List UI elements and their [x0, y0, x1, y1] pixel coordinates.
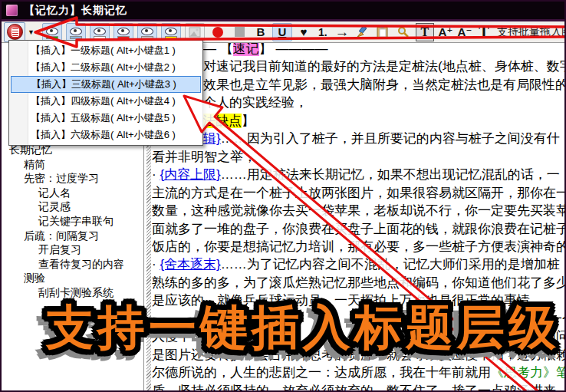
highlight-color-bar	[94, 36, 106, 39]
highlight-eye-button-6[interactable]	[161, 23, 181, 41]
tree-item[interactable]: 记灵感	[2, 199, 143, 214]
record-dot-icon	[212, 27, 223, 38]
symbol-heart-button[interactable]: ♥	[296, 24, 311, 41]
text-style-button[interactable]: T	[416, 23, 434, 41]
format-brush-button[interactable]	[354, 24, 370, 41]
tree-item[interactable]: 精简	[2, 157, 143, 172]
editor-line: 主流的方式是在一个桩子上放两张图片，如果很容易就区隔开，那你在一	[152, 185, 566, 201]
insert-heading-menu-button[interactable]	[4, 22, 25, 42]
editor-line: 质，坚持必须坚持的，放弃必须放弃的，憋不住了，掺了一点鸡汤进来。	[152, 383, 566, 392]
highlight-color-bar	[117, 36, 130, 39]
tree-item[interactable]: 开启复习	[2, 242, 143, 257]
eye-icon	[70, 28, 82, 35]
tree-item[interactable]: 查看待复习的内容	[2, 257, 143, 272]
menu-item-insert-heading-5[interactable]: 【插入】五级标题( Alt+小键盘5 )	[9, 110, 202, 127]
editor-line: — 【速记】 ————	[203, 41, 327, 57]
editor-line: 人慢半	[152, 328, 191, 344]
tree-item[interactable]: 记人名	[2, 186, 143, 200]
editor-line: 个人的实践经验，	[203, 94, 308, 110]
numbered-list-button[interactable]: 1.	[315, 24, 331, 41]
editor-line: 饭店的，你要是想搞记忆力培训，那有必要，多一些桩子方便表演神奇的	[152, 239, 566, 255]
record-button[interactable]	[209, 24, 227, 41]
eye-icon	[165, 28, 177, 35]
highlight-color-bar	[165, 36, 177, 39]
image-icon	[189, 27, 201, 38]
highlight-color-bar	[141, 36, 153, 39]
window-title: 【记忆力】长期记忆	[24, 4, 127, 18]
menu-item-insert-heading-1[interactable]: 【插入】一级标题( Alt+小键盘1 )	[9, 42, 202, 59]
text-tool-button[interactable]: T	[476, 24, 492, 41]
highlight-eye-button-3[interactable]	[90, 23, 110, 41]
editor-line: · {违背逻辑}……因为引入了桩子，并且所要记的内容与桩子之间没有什	[152, 130, 560, 147]
clipboard-icon	[377, 25, 388, 38]
tree-item[interactable]: 先密：过度学习	[2, 171, 143, 186]
editor-line: 效果也是立竿见影，最强大脑附身，当然定桩法也是有局限性的	[203, 77, 566, 93]
app-window: 【记忆力】长期记忆 ▼ B U ♥ 1. →	[0, 0, 566, 392]
search-button[interactable]	[395, 24, 412, 41]
placeholder-button[interactable]	[231, 24, 249, 41]
placeholder-square-icon	[235, 27, 245, 37]
editor-line: 数量，这种感觉就像你去买一袋苹果，老板却说不行，你一定要先买装苹	[152, 203, 566, 219]
eye-icon	[94, 28, 106, 35]
insert-heading-menu: 【插入】一级标题( Alt+小键盘1 )【插入】二级标题( Alt+小键盘2 )…	[8, 40, 203, 146]
paste-button[interactable]	[374, 24, 391, 41]
menu-item-insert-heading-2[interactable]: 【插入】二级标题( Alt+小键盘2 )	[9, 59, 202, 76]
menu-list-icon	[7, 24, 23, 40]
underline-button[interactable]: U	[272, 23, 292, 41]
brush-icon	[355, 25, 368, 38]
editor-line: 是图片还要转换，会占用掉思考的资源，就会导致反应慢半拍，过分依赖	[152, 347, 566, 363]
editor-line: 熟练的多的多，为了滚瓜烂熟记忆那些地点和编码，你知道他们花了多少	[152, 275, 566, 291]
tree-item[interactable]: 测验	[2, 271, 143, 285]
highlight-eye-button-4[interactable]	[114, 23, 133, 41]
bold-button[interactable]: B	[253, 24, 268, 41]
highlight-eye-button-1[interactable]	[42, 23, 62, 41]
arrow-symbol-button[interactable]: →	[334, 24, 350, 41]
eye-icon	[117, 28, 130, 35]
editor-line: 是应该的，就像乒乓球运动员，一天挥拍上万次也是很正常的事情，	[152, 292, 543, 308]
menu-item-insert-heading-4[interactable]: 【插入】四级标题( Alt+小键盘4 )	[9, 93, 202, 110]
title-bar: 【记忆力】长期记忆	[2, 2, 564, 19]
eye-icon	[46, 28, 58, 35]
menu-item-insert-heading-3[interactable]: 【插入】三级标题( Alt+小键盘3 )	[11, 76, 201, 93]
editor-line: 知道他们问	[504, 328, 566, 344]
editor-line: 会发现一个	[510, 311, 566, 327]
editor-line: 尔德所说的，人生的悲剧之一：达成所愿，我在十年前就用《思考力》笔	[152, 364, 566, 380]
insert-image-button[interactable]	[185, 23, 205, 41]
font-decrease-button[interactable]: A⁻	[457, 24, 472, 41]
editor-line: · {内容上限}……用定桩法来长期记忆，如果不想出现记忆混乱的话，一	[152, 166, 560, 183]
app-logo-icon	[6, 5, 18, 16]
highlight-color-bar	[70, 36, 82, 39]
drag-drop-hint-label: 支持批量拖入图片 Ctrl + 鼠标	[497, 25, 566, 39]
editor-line: 面就多了一堆的盘子，你浪费在买盘子上面花的钱，就跟你浪费在记桩子	[152, 221, 566, 237]
menu-item-insert-heading-6[interactable]: 【插入】六级标题( Alt+小键盘6 )	[9, 127, 202, 143]
tree-item[interactable]: 后疏：间隔复习	[2, 229, 143, 243]
dropdown-caret-icon[interactable]: ▼	[28, 28, 35, 36]
font-increase-button[interactable]: A⁺	[438, 24, 453, 41]
highlight-eye-button-2[interactable]	[66, 23, 86, 41]
editor-line: 看并非明智之举，	[152, 149, 256, 165]
highlight-eye-button-5[interactable]	[137, 23, 157, 41]
editor-line: 对速记我目前知道的最好的方法是定桩法(地点桩、身体桩、数字	[203, 58, 566, 74]
editor-line: · {舍本逐末}……为了记忆内容之间不混乱，记忆大师们采用的是增加桩	[152, 256, 560, 272]
highlight-color-bar	[46, 36, 58, 39]
magnifier-icon	[397, 26, 410, 38]
tree-item[interactable]: 刮刮卡测验系统	[2, 285, 143, 300]
tree-item[interactable]: 记关键字串联句	[2, 214, 143, 229]
eye-icon	[141, 28, 153, 35]
